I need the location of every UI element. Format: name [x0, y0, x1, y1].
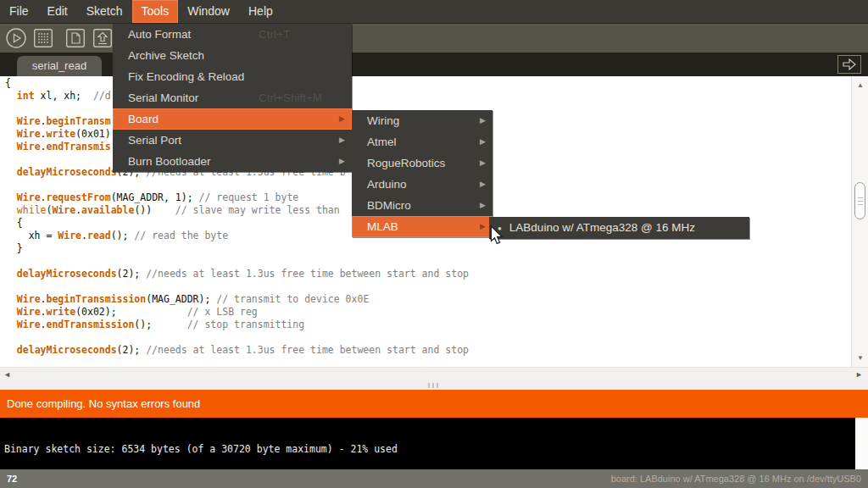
menu-item-label: Burn Bootloader — [128, 155, 211, 168]
board-item-atmel[interactable]: Atmel▶ — [352, 131, 492, 152]
scroll-left-icon[interactable]: ◄ — [3, 370, 11, 379]
menu-item-label: BDMicro — [367, 199, 411, 212]
code-line — [5, 255, 469, 268]
menubar-item-help[interactable]: Help — [239, 0, 282, 23]
code-line: Wire.beginTransmission(MAG_ADDR); // tra… — [5, 293, 469, 306]
mouse-cursor-icon — [490, 225, 504, 249]
submenu-arrow-icon: ▶ — [339, 108, 345, 130]
submenu-arrow-icon: ▶ — [480, 174, 486, 195]
menu-item-archive-sketch[interactable]: Archive Sketch — [113, 45, 352, 66]
tab-menu-button[interactable] — [837, 55, 861, 74]
vertical-scrollbar[interactable]: ▲ ▼ — [851, 76, 868, 367]
splitter-grip-icon — [428, 383, 438, 388]
console-output: Binary sketch size: 6534 bytes (of a 307… — [0, 418, 868, 469]
submenu-arrow-icon: ▶ — [480, 110, 486, 131]
code-line: } — [5, 242, 469, 255]
menu-item-label: Serial Port — [128, 134, 181, 147]
submenu-arrow-icon: ▶ — [480, 195, 486, 216]
menu-shortcut: Ctrl+Shift+M — [259, 87, 322, 108]
menu-item-label: Serial Monitor — [128, 92, 198, 104]
menubar-item-sketch[interactable]: Sketch — [77, 0, 132, 23]
code-line — [5, 331, 469, 344]
code-line: Wire.endTransmission(); // stop transmit… — [5, 319, 469, 331]
scroll-down-icon[interactable]: ▼ — [852, 354, 868, 362]
horizontal-scrollbar[interactable]: ◄ ► — [0, 367, 868, 380]
menu-item-label: Fix Encoding & Reload — [128, 70, 244, 83]
menu-item-label: Atmel — [367, 136, 397, 148]
menu-item-label: MLAB — [367, 220, 398, 233]
scroll-up-icon[interactable]: ▲ — [852, 81, 868, 89]
compile-status-message: Done compiling. No syntax errors found — [7, 397, 200, 410]
submenu-arrow-icon: ▶ — [339, 151, 345, 172]
menu-bar: FileEditSketchToolsWindowHelp — [0, 0, 868, 24]
menu-item-label: Board — [128, 113, 159, 125]
board-item-arduino[interactable]: Arduino▶ — [352, 174, 492, 195]
scroll-right-icon[interactable]: ► — [855, 370, 863, 379]
pane-splitter[interactable] — [0, 380, 868, 390]
console-scroll-gutter — [855, 418, 868, 469]
stop-button[interactable] — [32, 27, 54, 49]
compile-status-bar: Done compiling. No syntax errors found — [0, 390, 868, 418]
menu-item-label: Archive Sketch — [128, 49, 204, 62]
arduino-ide-window: FileEditSketchToolsWindowHelp — [0, 0, 868, 488]
menu-item-auto-format[interactable]: Auto FormatCtrl+T — [113, 24, 352, 45]
menu-item-burn-bootloader[interactable]: Burn Bootloader▶ — [113, 151, 352, 172]
right-arrow-icon — [842, 58, 857, 71]
board-item-bdmicro[interactable]: BDMicro▶ — [352, 195, 492, 216]
menubar-item-file[interactable]: File — [0, 0, 38, 23]
board-item-mlab[interactable]: MLAB▶ — [352, 216, 492, 237]
menu-item-label: Auto Format — [128, 28, 191, 41]
tools-menu: Auto FormatCtrl+TArchive SketchFix Encod… — [113, 24, 352, 172]
menu-item-label: LABduino w/ ATmega328 @ 16 MHz — [509, 221, 695, 234]
open-button[interactable] — [92, 27, 114, 49]
menu-item-fix-encoding-reload[interactable]: Fix Encoding & Reload — [113, 66, 352, 87]
submenu-arrow-icon: ▶ — [480, 131, 486, 152]
menu-shortcut: Ctrl+T — [259, 24, 290, 45]
code-line: delayMicroseconds(2); //needs at least 1… — [5, 268, 469, 280]
new-sketch-button[interactable] — [64, 27, 86, 49]
menu-item-label: Arduino — [367, 178, 407, 191]
menubar-item-window[interactable]: Window — [178, 0, 239, 23]
menu-item-serial-monitor[interactable]: Serial MonitorCtrl+Shift+M — [113, 87, 352, 108]
board-submenu: Wiring▶Atmel▶RogueRobotics▶Arduino▶BDMic… — [352, 110, 492, 237]
submenu-arrow-icon: ▶ — [480, 216, 486, 237]
menu-item-board[interactable]: Board▶ — [113, 108, 352, 130]
menubar-item-tools[interactable]: Tools — [132, 0, 179, 23]
submenu-arrow-icon: ▶ — [480, 152, 486, 174]
verify-button[interactable] — [5, 27, 27, 49]
vertical-scrollbar-thumb[interactable] — [854, 182, 865, 219]
menu-item-label: RogueRobotics — [367, 157, 445, 169]
code-line — [5, 280, 469, 293]
console-message: Binary sketch size: 6534 bytes (of a 307… — [4, 443, 398, 455]
menu-item-serial-port[interactable]: Serial Port▶ — [113, 130, 352, 151]
board-item-roguerobotics[interactable]: RogueRobotics▶ — [352, 152, 492, 174]
code-line: delayMicroseconds(2); //needs at least 1… — [5, 344, 469, 357]
status-footer: 72 board: LABduino w/ ATmega328 @ 16 MHz… — [0, 469, 868, 488]
menubar-item-edit[interactable]: Edit — [38, 0, 77, 23]
tab-serial-read[interactable]: serial_read — [17, 56, 102, 76]
mlab-submenu: ●LABduino w/ ATmega328 @ 16 MHz — [489, 217, 749, 239]
code-line: Wire.write(0x02); // x LSB reg — [5, 306, 469, 319]
board-port-indicator: board: LABduino w/ ATmega328 @ 16 MHz on… — [611, 474, 861, 484]
line-number-indicator: 72 — [7, 474, 17, 484]
mlab-item-labduino-w-atmega328-16-mhz[interactable]: ●LABduino w/ ATmega328 @ 16 MHz — [489, 217, 749, 239]
submenu-arrow-icon: ▶ — [339, 130, 345, 151]
board-item-wiring[interactable]: Wiring▶ — [352, 110, 492, 131]
menu-item-label: Wiring — [367, 114, 399, 127]
